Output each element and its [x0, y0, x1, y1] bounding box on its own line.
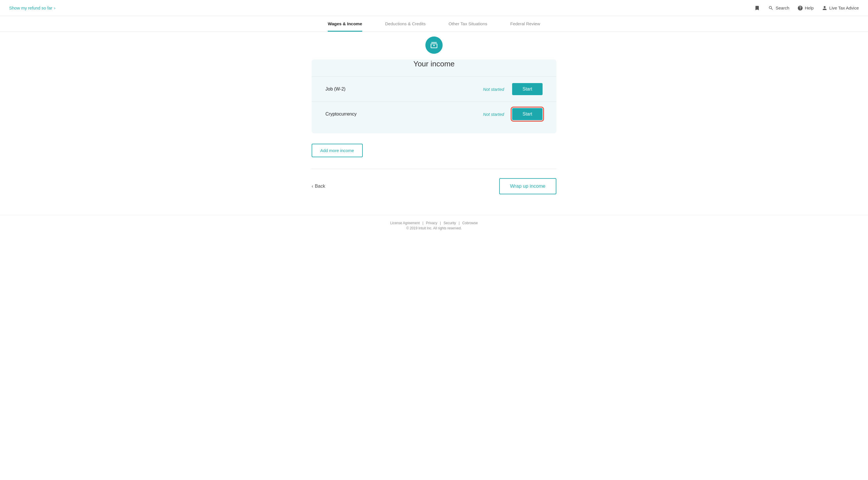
top-right-nav: Search Help Live Tax Advice: [754, 5, 859, 11]
tab-deductions-credits[interactable]: Deductions & Credits: [385, 21, 426, 32]
tab-federal-review[interactable]: Federal Review: [510, 21, 540, 32]
top-bar: Show my refund so far › Search: [0, 0, 868, 16]
live-tax-nav-item[interactable]: Live Tax Advice: [822, 5, 859, 11]
cryptocurrency-row-right: Not started Start: [483, 108, 542, 120]
help-label: Help: [805, 5, 814, 10]
wrap-up-income-button[interactable]: Wrap up income: [499, 178, 556, 194]
show-refund-link[interactable]: Show my refund so far ›: [9, 5, 56, 10]
tab-other-tax[interactable]: Other Tax Situations: [448, 21, 488, 32]
footer-copyright: © 2019 Intuit Inc. All rights reserved.: [0, 226, 868, 230]
search-nav-item[interactable]: Search: [768, 5, 789, 11]
footer-license-link[interactable]: License Agreement: [390, 221, 420, 225]
bookmark-nav-item[interactable]: [754, 5, 760, 11]
tab-bar: Wages & Income Deductions & Credits Othe…: [0, 16, 868, 32]
cryptocurrency-label: Cryptocurrency: [326, 112, 356, 117]
chevron-right-icon: ›: [54, 5, 56, 10]
job-w2-start-button[interactable]: Start: [512, 83, 542, 95]
footer-privacy-link[interactable]: Privacy: [426, 221, 437, 225]
cryptocurrency-status: Not started: [483, 112, 504, 117]
job-w2-label: Job (W-2): [326, 87, 345, 92]
income-icon-wrapper: [312, 36, 556, 54]
add-more-income-button[interactable]: Add more income: [312, 144, 363, 157]
income-card: Your income Job (W-2) Not started Start …: [312, 60, 556, 133]
person-icon: [822, 5, 828, 11]
chevron-left-icon: ‹: [312, 184, 313, 189]
income-title: Your income: [312, 60, 556, 68]
help-nav-item[interactable]: Help: [797, 5, 814, 11]
footer: License Agreement | Privacy | Security |…: [0, 215, 868, 235]
main-content: Your income Job (W-2) Not started Start …: [305, 32, 563, 215]
live-tax-label: Live Tax Advice: [829, 5, 859, 10]
footer-security-link[interactable]: Security: [443, 221, 456, 225]
income-row-cryptocurrency: Cryptocurrency Not started Start: [312, 101, 556, 126]
footer-links: License Agreement | Privacy | Security |…: [0, 221, 868, 225]
help-icon: [797, 5, 803, 11]
show-refund-label: Show my refund so far: [9, 5, 52, 10]
search-label: Search: [776, 5, 789, 10]
footer-cobrowse-link[interactable]: Cobrowse: [462, 221, 478, 225]
back-link[interactable]: ‹ Back: [312, 184, 325, 189]
bookmark-icon: [754, 5, 760, 11]
job-w2-status: Not started: [483, 87, 504, 92]
tab-wages-income[interactable]: Wages & Income: [328, 21, 362, 32]
job-w2-row-right: Not started Start: [483, 83, 542, 95]
income-row-job-w2: Job (W-2) Not started Start: [312, 77, 556, 101]
cryptocurrency-start-button[interactable]: Start: [512, 108, 542, 120]
search-icon: [768, 5, 774, 11]
bottom-nav: ‹ Back Wrap up income: [312, 178, 556, 204]
income-icon: [425, 36, 443, 54]
back-label: Back: [315, 184, 325, 189]
